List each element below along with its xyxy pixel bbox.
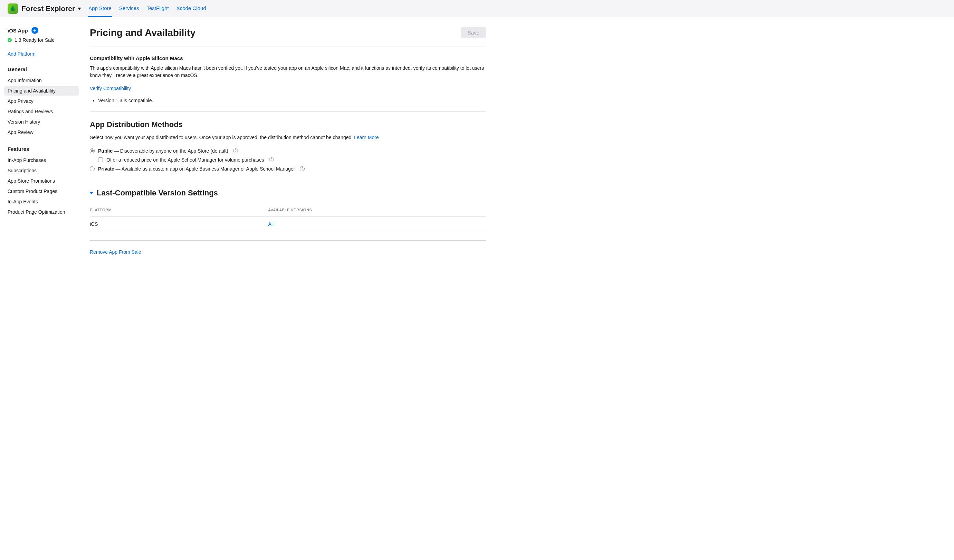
- app-switcher-chevron-icon[interactable]: [78, 8, 81, 10]
- platform-title: iOS App: [8, 28, 28, 34]
- radio-private-label: Private — Available as a custom app on A…: [98, 166, 295, 171]
- radio-row-private[interactable]: Private — Available as a custom app on A…: [90, 166, 486, 171]
- sidebar-item-pricing-availability[interactable]: Pricing and Availability: [4, 86, 79, 96]
- sidebar-group-title: General: [8, 66, 81, 72]
- compat-body: This app's compatibility with Apple sili…: [90, 65, 486, 79]
- sidebar-item-custom-pages[interactable]: Custom Product Pages: [4, 187, 79, 196]
- sidebar-group-general: General App Information Pricing and Avai…: [8, 66, 81, 137]
- top-tabs: App Store Services TestFlight Xcode Clou…: [88, 0, 206, 17]
- radio-public-label: Public — Discoverable by anyone on the A…: [98, 148, 228, 154]
- verify-compat-link[interactable]: Verify Compatibility: [90, 86, 131, 91]
- help-icon[interactable]: ?: [300, 166, 305, 171]
- sidebar-group-features: Features In-App Purchases Subscriptions …: [8, 146, 81, 217]
- col-platform: PLATFORM: [90, 204, 268, 216]
- distribution-body: Select how you want your app distributed…: [90, 134, 486, 141]
- distribution-body-text: Select how you want your app distributed…: [90, 135, 354, 140]
- divider: [90, 240, 486, 241]
- table-row: iOS All: [90, 216, 486, 232]
- main-content: Pricing and Availability Save Compatibil…: [81, 17, 496, 276]
- tab-services[interactable]: Services: [119, 0, 140, 17]
- add-version-button[interactable]: +: [31, 27, 38, 34]
- sidebar-item-version-history[interactable]: Version History: [4, 117, 79, 127]
- sidebar-item-ratings-reviews[interactable]: Ratings and Reviews: [4, 107, 79, 116]
- sidebar-item-iap[interactable]: In-App Purchases: [4, 156, 79, 165]
- divider: [90, 180, 486, 180]
- divider: [90, 112, 486, 112]
- tab-xcode-cloud[interactable]: Xcode Cloud: [176, 0, 207, 17]
- learn-more-link[interactable]: Learn More: [354, 135, 379, 140]
- tab-app-store[interactable]: App Store: [88, 0, 112, 17]
- cell-platform: iOS: [90, 216, 268, 232]
- help-icon[interactable]: ?: [269, 157, 274, 162]
- compat-bullets: Version 1.3 is compatible.: [98, 98, 486, 103]
- last-compat-heading: Last-Compatible Version Settings: [97, 188, 218, 198]
- page-header: Pricing and Availability Save: [90, 27, 486, 38]
- distribution-heading: App Distribution Methods: [90, 120, 486, 129]
- distribution-options: Public — Discoverable by anyone on the A…: [90, 148, 486, 171]
- platform-header: iOS App +: [8, 27, 81, 34]
- radio-private[interactable]: [90, 166, 95, 171]
- status-row[interactable]: ✓ 1.3 Ready for Sale: [8, 37, 81, 43]
- sidebar: iOS App + ✓ 1.3 Ready for Sale Add Platf…: [0, 17, 81, 276]
- divider: [90, 47, 486, 47]
- sidebar-group-title: Features: [8, 146, 81, 152]
- status-ready-icon: ✓: [8, 38, 12, 42]
- last-compat-section: Last-Compatible Version Settings PLATFOR…: [90, 188, 486, 232]
- chevron-down-icon[interactable]: [90, 192, 93, 194]
- checkbox-reduced-price[interactable]: [98, 157, 103, 162]
- compat-section: Compatibility with Apple Silicon Macs Th…: [90, 55, 486, 103]
- app-name: Forest Explorer: [22, 5, 75, 13]
- sidebar-item-app-information[interactable]: App Information: [4, 76, 79, 85]
- app-icon: 🌲: [8, 3, 18, 14]
- tab-testflight[interactable]: TestFlight: [146, 0, 169, 17]
- status-text: 1.3 Ready for Sale: [14, 37, 55, 43]
- sidebar-item-page-optimization[interactable]: Product Page Optimization: [4, 207, 79, 217]
- cell-versions-link[interactable]: All: [268, 216, 486, 232]
- add-platform-link[interactable]: Add Platform: [8, 51, 81, 57]
- sidebar-item-subscriptions[interactable]: Subscriptions: [4, 166, 79, 176]
- save-button[interactable]: Save: [461, 27, 486, 38]
- top-header: 🌲 Forest Explorer App Store Services Tes…: [0, 0, 954, 17]
- sidebar-item-app-review[interactable]: App Review: [4, 128, 79, 137]
- remove-from-sale-link[interactable]: Remove App From Sale: [90, 249, 141, 255]
- radio-public[interactable]: [90, 148, 95, 153]
- checkbox-row-reduced[interactable]: Offer a reduced price on the Apple Schoo…: [98, 157, 486, 163]
- compat-heading: Compatibility with Apple Silicon Macs: [90, 55, 486, 61]
- radio-row-public[interactable]: Public — Discoverable by anyone on the A…: [90, 148, 486, 154]
- checkbox-reduced-label: Offer a reduced price on the Apple Schoo…: [106, 157, 264, 163]
- compat-bullet: Version 1.3 is compatible.: [98, 98, 486, 103]
- help-icon[interactable]: ?: [233, 148, 238, 153]
- collapsible-header[interactable]: Last-Compatible Version Settings: [90, 188, 486, 198]
- sidebar-item-inapp-events[interactable]: In-App Events: [4, 197, 79, 207]
- sidebar-item-app-privacy[interactable]: App Privacy: [4, 96, 79, 106]
- last-compat-table: PLATFORM AVAILABLE VERSIONS iOS All: [90, 204, 486, 232]
- page-title: Pricing and Availability: [90, 27, 195, 38]
- distribution-section: App Distribution Methods Select how you …: [90, 120, 486, 171]
- sidebar-item-promotions[interactable]: App Store Promotions: [4, 176, 79, 186]
- col-versions: AVAILABLE VERSIONS: [268, 204, 486, 216]
